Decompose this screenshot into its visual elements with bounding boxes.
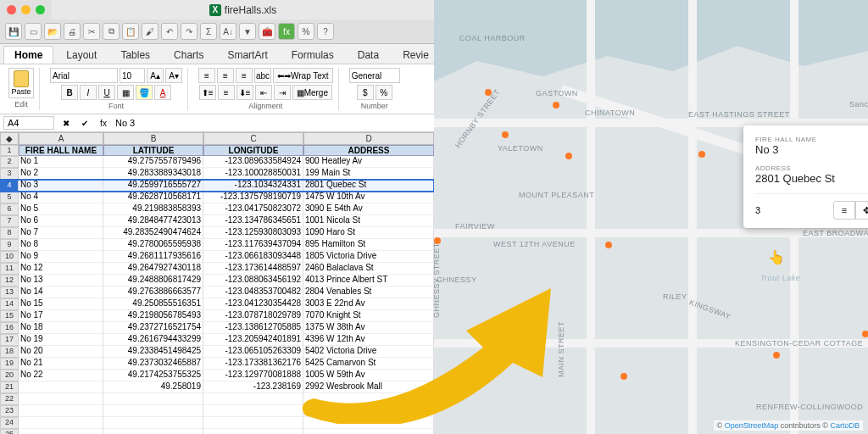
row-num[interactable]: 19	[0, 358, 19, 370]
cell[interactable]: 895 Hamilton St	[303, 239, 434, 251]
cell[interactable]: 3090 E 54th Av	[303, 203, 434, 215]
table-row[interactable]: 4No 349.2599716555727-123.10343243312801…	[0, 180, 434, 192]
font-select[interactable]	[50, 68, 118, 83]
row-num[interactable]: 8	[0, 227, 19, 239]
corner-cell[interactable]: ◆	[0, 132, 19, 145]
paste-icon[interactable]: 📋	[122, 23, 139, 40]
cell[interactable]	[203, 429, 303, 434]
row-num[interactable]: 24	[0, 417, 19, 429]
cell[interactable]: -123.089633584924	[203, 156, 303, 168]
percent-button[interactable]: %	[376, 85, 392, 100]
cell[interactable]: -123.173614488597	[203, 263, 303, 275]
map-pin[interactable]	[502, 131, 509, 138]
cell[interactable]: -123.066183093448	[203, 251, 303, 263]
cell[interactable]: -123.1375798190719	[203, 192, 303, 203]
cell[interactable]: 49.2488806817429	[103, 275, 203, 287]
name-box[interactable]	[3, 116, 54, 130]
cell[interactable]: ADDRESS	[303, 145, 434, 156]
fontcolor-button[interactable]: A	[154, 85, 171, 100]
map-pin[interactable]	[565, 153, 572, 159]
cell[interactable]: 3003 E 22nd Av	[303, 298, 434, 310]
row-num[interactable]: 15	[0, 310, 19, 322]
cell[interactable]: No 6	[19, 215, 103, 227]
table-row[interactable]: 11No 1249.2647927430118-123.173614488597…	[0, 263, 434, 275]
carto-link[interactable]: CartoDB	[830, 421, 860, 430]
number-format[interactable]	[349, 68, 400, 83]
cell[interactable]: 49.2338451498425	[103, 346, 203, 358]
cell[interactable]: 49.2833889343018	[103, 168, 203, 180]
fontsize-select[interactable]	[120, 68, 145, 83]
cell[interactable]: 1001 Nicola St	[303, 215, 434, 227]
col-A[interactable]: A	[19, 132, 103, 145]
table-row[interactable]: 25	[0, 429, 434, 434]
cell[interactable]: 1805 Victoria Drive	[303, 251, 434, 263]
map-pin[interactable]	[620, 373, 627, 380]
cell[interactable]: 49.2647927430118	[103, 263, 203, 275]
underline-button[interactable]: U	[98, 85, 115, 100]
cell[interactable]: No 19	[19, 334, 103, 346]
cell[interactable]: No 5	[19, 203, 103, 215]
cell[interactable]: No 8	[19, 239, 103, 251]
align-right[interactable]: ≡	[236, 68, 253, 83]
table-row[interactable]: 8No 749.28352490474624-123.1259308030931…	[0, 227, 434, 239]
row-num[interactable]: 7	[0, 215, 19, 227]
accept-icon[interactable]: ✔	[78, 116, 92, 130]
cell[interactable]: No 22	[19, 370, 103, 381]
popup-menu-button[interactable]: ≡	[833, 201, 855, 220]
cell[interactable]: -123.041750823072	[203, 203, 303, 215]
cell[interactable]: No 7	[19, 227, 103, 239]
map-pin[interactable]	[485, 89, 492, 96]
cell[interactable]: No 4	[19, 192, 103, 203]
map-pin[interactable]	[605, 242, 612, 248]
cancel-icon[interactable]: ✖	[59, 116, 73, 130]
cell[interactable]: -123.205942401891	[203, 334, 303, 346]
table-row[interactable]: 7No 649.2848477423013-123.13478634565110…	[0, 215, 434, 227]
cell[interactable]: 4396 W 12th Av	[303, 334, 434, 346]
cell[interactable]	[303, 393, 434, 405]
undo-icon[interactable]: ↶	[161, 23, 178, 40]
cell[interactable]: 4013 Prince Albert ST	[303, 275, 434, 287]
table-row[interactable]: 6No 549.219883858393-123.041750823072309…	[0, 203, 434, 215]
indent-left[interactable]: ⇤	[255, 85, 272, 100]
table-row[interactable]: 5No 449.2628710568171-123.13757981907191…	[0, 192, 434, 203]
cell[interactable]: 49.2628710568171	[103, 192, 203, 203]
close-window[interactable]	[7, 5, 16, 14]
cell[interactable]: 49.2599716555727	[103, 180, 203, 192]
new-icon[interactable]: ▭	[25, 23, 42, 40]
ribbon-tab-smartart[interactable]: SmartArt	[216, 46, 278, 64]
valign-bot[interactable]: ⬇≡	[236, 85, 253, 100]
cell[interactable]: -123.065105263309	[203, 346, 303, 358]
table-row[interactable]: 16No 1849.2372716521754-123.138612705885…	[0, 322, 434, 334]
currency-button[interactable]: $	[357, 85, 374, 100]
ribbon-tab-formulas[interactable]: Formulas	[281, 46, 345, 64]
ribbon-tab-tables[interactable]: Tables	[109, 46, 161, 64]
row-num[interactable]: 5	[0, 192, 19, 203]
cell[interactable]: 5402 Victoria Drive	[303, 346, 434, 358]
cell[interactable]: No 1	[19, 156, 103, 168]
filter-icon[interactable]: ▼	[239, 23, 256, 40]
row-num[interactable]: 16	[0, 322, 19, 334]
cell[interactable]: -123.138612705885	[203, 322, 303, 334]
format-painter-icon[interactable]: 🖌	[142, 23, 159, 40]
cell[interactable]: No 12	[19, 263, 103, 275]
cell[interactable]: 49.2174253755325	[103, 370, 203, 381]
row-num[interactable]: 10	[0, 251, 19, 263]
cell[interactable]: 2801 Quebec St	[303, 180, 434, 192]
cell[interactable]: No 9	[19, 251, 103, 263]
cell[interactable]: No 20	[19, 346, 103, 358]
cell[interactable]: -123.129770081888	[203, 370, 303, 381]
cell[interactable]: -123.088063456192	[203, 275, 303, 287]
toolbox-icon[interactable]: 🧰	[259, 23, 275, 40]
redo-icon[interactable]: ↷	[181, 23, 198, 40]
ribbon-tab-layout[interactable]: Layout	[55, 46, 108, 64]
table-row[interactable]: 19No 2149.2373032465887-123.173381362176…	[0, 358, 434, 370]
cell[interactable]: 49.2763886663577	[103, 287, 203, 298]
cell[interactable]	[19, 381, 103, 393]
cell[interactable]: -123.078718029789	[203, 310, 303, 322]
cell[interactable]: 199 Main St	[303, 168, 434, 180]
cell[interactable]: No 2	[19, 168, 103, 180]
osm-link[interactable]: OpenStreetMap	[725, 421, 779, 430]
cell[interactable]: 1090 Haro St	[303, 227, 434, 239]
cell[interactable]	[103, 405, 203, 417]
map-pin[interactable]	[862, 331, 868, 337]
